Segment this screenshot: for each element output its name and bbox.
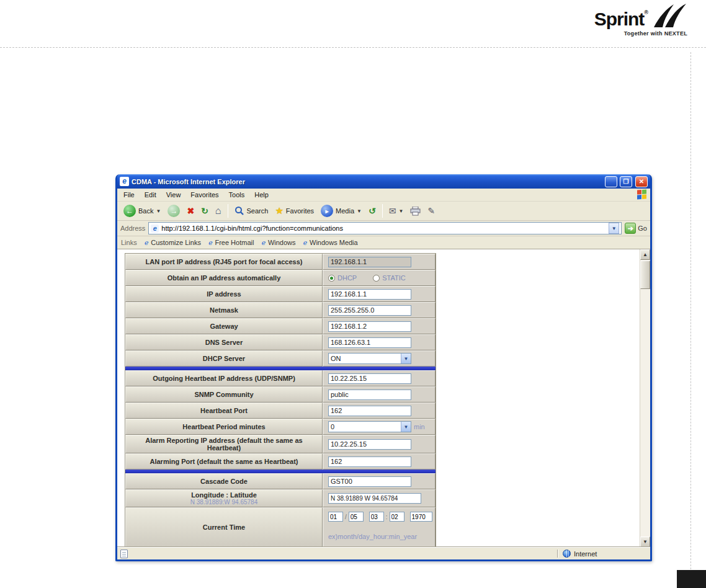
home-button[interactable]: ⌂: [213, 205, 224, 217]
time-separator: /: [345, 514, 347, 520]
field-label: Obtain an IP address automatically: [125, 270, 323, 286]
field-label: DNS Server: [125, 334, 323, 350]
snmp-community-input[interactable]: [328, 390, 411, 400]
dhcp-server-select[interactable]: ON ▼: [328, 353, 411, 364]
alarming-port-input[interactable]: [328, 457, 411, 467]
dns-server-input[interactable]: [328, 337, 411, 348]
link-customize-links[interactable]: ℯCustomize Links: [145, 239, 201, 247]
favorites-button[interactable]: ★ Favorites: [272, 204, 316, 218]
internet-globe-icon: [563, 550, 571, 558]
time-minute-input[interactable]: [390, 512, 404, 522]
static-radio[interactable]: STATIC: [373, 274, 405, 282]
go-button[interactable]: ➔ Go: [625, 223, 647, 234]
heartbeat-ip-input[interactable]: [328, 373, 411, 384]
menu-tools[interactable]: Tools: [224, 190, 250, 200]
menu-file[interactable]: File: [118, 190, 140, 200]
address-url[interactable]: http://192.168.1.1/cgi-bin/html.cgi?func…: [161, 225, 606, 232]
field-label: IP address: [125, 286, 323, 302]
time-hour-input[interactable]: [369, 512, 384, 522]
mail-button[interactable]: ✉▼: [387, 205, 406, 216]
scrollbar-track[interactable]: [640, 290, 650, 537]
scroll-up-icon[interactable]: ▲: [640, 249, 650, 260]
back-button[interactable]: ← Back ▼: [121, 203, 163, 218]
edit-button[interactable]: ✎: [425, 205, 437, 216]
alarm-ip-input[interactable]: [328, 439, 411, 450]
address-dropdown-icon[interactable]: ▼: [609, 223, 619, 234]
sprint-tagline: Together with NEXTEL: [594, 30, 687, 37]
link-free-hotmail[interactable]: ℯFree Hotmail: [208, 239, 254, 247]
page-content: LAN port IP address (RJ45 port for focal…: [117, 249, 650, 547]
stop-button[interactable]: ✖: [184, 205, 197, 216]
edit-icon: ✎: [427, 207, 435, 215]
menu-help[interactable]: Help: [249, 190, 274, 200]
field-label: Netmask: [125, 302, 323, 318]
history-button[interactable]: ↺: [366, 205, 378, 216]
stop-icon: ✖: [187, 207, 194, 215]
time-day-input[interactable]: [349, 512, 364, 522]
table-row: Longitude : Latitude N 38.91889:W 94.657…: [125, 489, 436, 507]
time-month-input[interactable]: [328, 512, 343, 522]
link-icon: ℯ: [303, 239, 308, 247]
table-row: Heartbeat Period minutes 0 ▼ min: [125, 419, 436, 435]
field-label: Gateway: [125, 318, 323, 334]
table-row: DHCP Server ON ▼: [125, 350, 436, 367]
dhcp-radio[interactable]: DHCP: [328, 274, 357, 282]
longitude-latitude-input[interactable]: [328, 493, 421, 504]
sprint-wing-icon: [651, 4, 687, 29]
print-button[interactable]: [408, 205, 423, 217]
lan-ip-input[interactable]: [328, 257, 411, 267]
back-dropdown-icon[interactable]: ▼: [156, 208, 161, 214]
menu-view[interactable]: View: [161, 190, 186, 200]
time-year-input[interactable]: [410, 512, 432, 522]
table-row: Outgoing Heartbeat IP address (UDP/SNMP): [125, 370, 436, 386]
link-windows-media[interactable]: ℯWindows Media: [303, 239, 358, 247]
registered-mark: ®: [644, 9, 648, 16]
sprint-logo: Sprint® Together with NEXTEL: [594, 4, 687, 37]
radio-icon: [373, 275, 380, 282]
ie-window: e CDMA - Microsoft Internet Explorer _ ❐…: [115, 174, 652, 561]
ie-logo-icon: e: [120, 177, 129, 186]
heartbeat-period-select[interactable]: 0 ▼: [328, 421, 411, 432]
field-label: Longitude : Latitude N 38.91889:W 94.657…: [125, 489, 323, 507]
table-row: Gateway: [125, 318, 436, 334]
address-input[interactable]: e http://192.168.1.1/cgi-bin/html.cgi?fu…: [148, 222, 622, 234]
time-format-hint: ex)month/day_hour:min_year: [328, 533, 417, 540]
history-icon: ↺: [369, 207, 376, 215]
field-label: Outgoing Heartbeat IP address (UDP/SNMP): [125, 370, 323, 386]
minimize-button[interactable]: _: [605, 176, 617, 187]
heartbeat-port-input[interactable]: [328, 406, 411, 416]
table-row: Cascade Code: [125, 473, 436, 489]
ip-address-input[interactable]: [328, 289, 411, 300]
title-bar[interactable]: e CDMA - Microsoft Internet Explorer _ ❐…: [117, 174, 650, 189]
netmask-input[interactable]: [328, 305, 411, 316]
media-button[interactable]: ▸ Media ▼: [318, 203, 364, 218]
media-dropdown-icon[interactable]: ▼: [357, 208, 362, 214]
table-row: LAN port IP address (RJ45 port for focal…: [125, 254, 436, 270]
longlat-sublabel: N 38.91889:W 94.65784: [190, 499, 257, 506]
back-icon: ←: [123, 205, 136, 217]
refresh-button[interactable]: ↻: [199, 205, 211, 216]
table-row: Netmask: [125, 302, 436, 318]
link-icon: ℯ: [208, 239, 213, 247]
forward-icon: →: [168, 205, 180, 217]
close-button[interactable]: ✕: [635, 176, 648, 187]
maximize-button[interactable]: ❐: [620, 176, 632, 187]
cascade-code-input[interactable]: [328, 476, 411, 487]
scrollbar-thumb[interactable]: [640, 261, 650, 289]
menu-edit[interactable]: Edit: [140, 190, 161, 200]
scroll-down-icon[interactable]: ▼: [640, 537, 650, 547]
gateway-input[interactable]: [328, 321, 411, 332]
search-button[interactable]: Search: [232, 205, 271, 217]
forward-button[interactable]: →: [165, 203, 182, 218]
page-favicon-icon: e: [151, 225, 159, 233]
toolbar-separator: [228, 204, 228, 218]
vertical-scrollbar[interactable]: ▲ ▼: [640, 249, 650, 547]
links-bar: Links ℯCustomize Links ℯFree Hotmail ℯWi…: [117, 236, 650, 249]
link-windows[interactable]: ℯWindows: [261, 239, 295, 247]
mail-dropdown-icon[interactable]: ▼: [398, 208, 403, 214]
field-label: Alarm Reporting IP address (default the …: [125, 435, 323, 453]
menu-favorites[interactable]: Favorites: [185, 190, 223, 200]
media-icon: ▸: [321, 205, 333, 217]
table-row: IP address: [125, 286, 436, 302]
field-label: Heartbeat Period minutes: [125, 419, 323, 435]
